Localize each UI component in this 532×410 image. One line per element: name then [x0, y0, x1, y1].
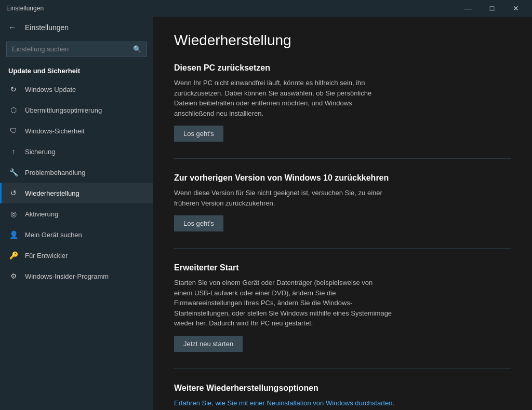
wiederherstellung-icon: ↺ — [8, 188, 19, 198]
sidebar-item-label: Übermittlungsoptimierung — [25, 106, 102, 114]
sidebar-item-entwickler[interactable]: 🔑 Für Entwickler — [0, 245, 153, 266]
sidebar-item-sicherung[interactable]: ↑ Sicherung — [0, 141, 153, 162]
sidebar-item-label: Für Entwickler — [25, 252, 68, 259]
title-bar-controls: — □ ✕ — [456, 0, 528, 17]
minimize-button[interactable]: — — [456, 0, 480, 17]
main-layout: ← Einstellungen Einstellung suchen 🔍 Upd… — [0, 17, 532, 410]
insider-icon: ⚙ — [8, 271, 19, 281]
aktivierung-icon: ◎ — [8, 209, 19, 219]
title-bar-left: Einstellungen — [6, 5, 44, 12]
search-container: Einstellung suchen 🔍 — [0, 38, 153, 63]
sidebar-item-ubermittlung[interactable]: ⬡ Übermittlungsoptimierung — [0, 100, 153, 120]
back-arrow-icon: ← — [8, 23, 17, 32]
search-placeholder: Einstellung suchen — [12, 45, 69, 53]
sidebar-item-label: Mein Gerät suchen — [25, 231, 82, 239]
sidebar-item-label: Windows-Sicherheit — [25, 127, 85, 135]
sidebar-item-aktivierung[interactable]: ◎ Aktivierung — [0, 203, 153, 224]
sicherheit-icon: 🛡 — [8, 126, 19, 136]
section-previous-version: Zur vorherigen Version von Windows 10 zu… — [174, 173, 511, 231]
previous-version-button[interactable]: Los geht's — [174, 215, 223, 231]
maximize-button[interactable]: □ — [480, 0, 504, 17]
content-area: Wiederherstellung Diesen PC zurücksetzen… — [153, 17, 532, 410]
search-icon: 🔍 — [133, 45, 141, 53]
more-options-link[interactable]: Erfahren Sie, wie Sie mit einer Neuinsta… — [174, 399, 394, 407]
advanced-start-title: Erweiterter Start — [174, 263, 511, 272]
sidebar-item-label: Sicherung — [25, 148, 56, 156]
search-box[interactable]: Einstellung suchen 🔍 — [6, 42, 147, 57]
divider-2 — [174, 248, 511, 249]
divider-3 — [174, 368, 511, 369]
page-title: Wiederherstellung — [174, 32, 511, 49]
reset-pc-description: Wenn Ihr PC nicht einwandfrei läuft, kön… — [174, 78, 392, 118]
sidebar-section-title: Update und Sicherheit — [0, 63, 153, 79]
reset-pc-button[interactable]: Los geht's — [174, 126, 223, 142]
sidebar-item-label: Problembehandlung — [25, 169, 85, 176]
problembehandlung-icon: 🔧 — [8, 167, 19, 177]
section-reset-pc: Diesen PC zurücksetzen Wenn Ihr PC nicht… — [174, 63, 511, 142]
advanced-start-button[interactable]: Jetzt neu starten — [174, 336, 243, 352]
more-options-title: Weitere Wiederherstellungsoptionen — [174, 384, 511, 393]
sidebar-item-mein-gerat[interactable]: 👤 Mein Gerät suchen — [0, 224, 153, 245]
sidebar: ← Einstellungen Einstellung suchen 🔍 Upd… — [0, 17, 153, 410]
sidebar-item-sicherheit[interactable]: 🛡 Windows-Sicherheit — [0, 120, 153, 141]
sidebar-item-problembehandlung[interactable]: 🔧 Problembehandlung — [0, 162, 153, 183]
reset-pc-title: Diesen PC zurücksetzen — [174, 63, 511, 73]
sidebar-item-insider[interactable]: ⚙ Windows-Insider-Programm — [0, 266, 153, 286]
windows-update-icon: ↻ — [8, 84, 19, 94]
previous-version-description: Wenn diese Version für Sie nicht geeigne… — [174, 188, 392, 208]
sidebar-item-wiederherstellung[interactable]: ↺ Wiederherstellung — [0, 183, 153, 203]
mein-gerat-icon: 👤 — [8, 229, 19, 240]
sidebar-back-button[interactable]: ← Einstellungen — [0, 17, 153, 38]
entwickler-icon: 🔑 — [8, 250, 19, 261]
ubermittlung-icon: ⬡ — [8, 105, 19, 115]
title-bar: Einstellungen — □ ✕ — [0, 0, 532, 17]
sidebar-item-label: Windows Update — [25, 86, 76, 93]
app-title: Einstellungen — [6, 5, 44, 12]
section-advanced-start: Erweiterter Start Starten Sie von einem … — [174, 263, 511, 352]
sidebar-item-label: Wiederherstellung — [25, 189, 79, 197]
advanced-start-description: Starten Sie von einem Gerät oder Datentr… — [174, 278, 392, 329]
previous-version-title: Zur vorherigen Version von Windows 10 zu… — [174, 173, 511, 183]
sicherung-icon: ↑ — [8, 146, 19, 157]
section-more-options: Weitere Wiederherstellungsoptionen Erfah… — [174, 384, 511, 407]
sidebar-item-label: Windows-Insider-Programm — [25, 272, 109, 280]
sidebar-app-title: Einstellungen — [25, 23, 69, 32]
sidebar-item-windows-update[interactable]: ↻ Windows Update — [0, 79, 153, 100]
sidebar-item-label: Aktivierung — [25, 210, 58, 218]
divider-1 — [174, 158, 511, 159]
close-button[interactable]: ✕ — [504, 0, 528, 17]
